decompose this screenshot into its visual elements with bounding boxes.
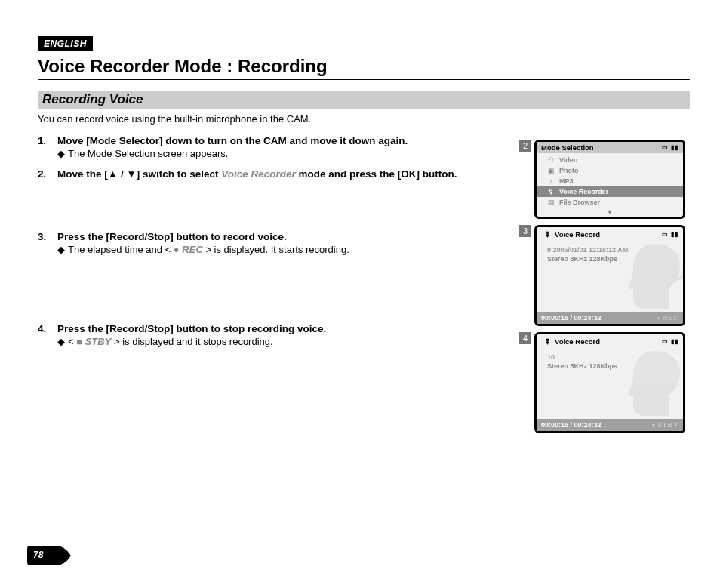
stop-square-icon: ■: [76, 336, 82, 347]
step-main-text: Move [Mode Selector] down to turn on the…: [57, 135, 512, 146]
step-sub-fragment: > is displayed. It starts recording.: [203, 244, 349, 255]
rec-label: REC: [182, 244, 202, 255]
step-1: 1. Move [Mode Selector] down to turn on …: [38, 135, 512, 159]
mode-selection-screen: Mode Selection ▭ ▮▮ ⚇Video ▣Photo ♪MP3 🎙…: [534, 140, 685, 219]
record-dot-icon: ●: [174, 244, 180, 255]
screenshot-tag: 4: [519, 332, 531, 344]
step-text-fragment: mode and press the [OK] button.: [296, 168, 457, 180]
step-2: 2. Move the [▲ / ▼] switch to select Voi…: [38, 168, 512, 180]
mode-name: Voice Recorder: [221, 168, 296, 180]
step-text-fragment: ] switch to select: [137, 168, 222, 180]
screen-title: Voice Record: [555, 230, 600, 239]
stby-label: STBY: [85, 336, 112, 347]
elapsed-time: 00:00:16 / 00:24:32: [541, 421, 602, 429]
status-icons: ▭ ▮▮: [662, 231, 678, 238]
screenshot-2: 2 Mode Selection ▭ ▮▮ ⚇Video ▣Photo ♪MP3…: [519, 140, 690, 219]
mic-icon: 🎙: [544, 337, 552, 346]
menu-item-mp3: ♪MP3: [537, 176, 683, 186]
step-sub-text: ◆The elapsed time and < ● REC > is displ…: [57, 244, 512, 255]
step-number: 3.: [38, 231, 57, 255]
status-icons: ▭ ▮▮: [662, 338, 678, 345]
rec-state: REC: [663, 314, 678, 322]
step-main-text: Press the [Record/Stop] button to stop r…: [57, 323, 512, 334]
page-title: Voice Recorder Mode : Recording: [38, 56, 690, 80]
bullet-diamond-icon: ◆: [57, 244, 65, 255]
menu-item-photo: ▣Photo: [537, 165, 683, 176]
step-4: 4. Press the [Record/Stop] button to sto…: [38, 323, 512, 347]
stop-square-icon: ■: [652, 423, 656, 428]
menu-label: Voice Recorder: [559, 188, 608, 195]
voice-record-rec-screen: 🎙Voice Record ▭ ▮▮ 9 2005/01/01 12:18:12…: [534, 225, 685, 326]
menu-item-voice-recorder: 🎙Voice Recorder: [537, 186, 683, 197]
bullet-diamond-icon: ◆: [57, 336, 65, 347]
more-down-icon: ▼: [537, 209, 683, 217]
head-silhouette-icon: [624, 349, 685, 417]
step-sub-line: The Mode Selection screen appears.: [68, 148, 228, 159]
page-number: 78: [33, 550, 43, 560]
screenshot-tag: 3: [519, 225, 531, 237]
screen-title: Mode Selection: [541, 143, 594, 152]
step-sub-fragment: <: [68, 336, 76, 347]
step-sub-fragment: > is displayed and it stops recording.: [111, 336, 272, 347]
mic-icon: 🎙: [544, 230, 552, 239]
record-dot-icon: ●: [657, 315, 660, 322]
step-text-fragment: Move the [: [57, 168, 108, 180]
step-main-text: Press the [Record/Stop] button to record…: [57, 231, 512, 242]
menu-label: Photo: [559, 167, 579, 174]
step-number: 4.: [38, 323, 57, 347]
screen-title: Voice Record: [555, 337, 600, 346]
section-subheading: Recording Voice: [38, 91, 690, 109]
menu-label: Video: [559, 156, 577, 164]
screenshot-4: 4 🎙Voice Record ▭ ▮▮ 10 Stereo 8KHz 128K…: [519, 332, 690, 433]
intro-text: You can record voice using the built-in …: [38, 113, 690, 125]
menu-item-file-browser: ▤File Browser: [537, 197, 683, 208]
step-sub-text: ◆The Mode Selection screen appears.: [57, 148, 512, 159]
step-sub-text: ◆< ■ STBY > is displayed and it stops re…: [57, 336, 512, 347]
stby-state: STBY: [657, 421, 678, 429]
instruction-list: 1. Move [Mode Selector] down to turn on …: [38, 135, 519, 356]
language-tag: ENGLISH: [38, 36, 93, 51]
menu-label: MP3: [559, 177, 574, 185]
video-icon: ⚇: [547, 156, 555, 164]
step-number: 2.: [38, 168, 57, 180]
manual-page: ENGLISH Voice Recorder Mode : Recording …: [0, 0, 720, 439]
menu-item-video: ⚇Video: [537, 155, 683, 165]
screenshot-3: 3 🎙Voice Record ▭ ▮▮ 9 2005/01/01 12:18:…: [519, 225, 690, 326]
updown-arrows-icon: ▲ / ▼: [108, 168, 137, 180]
head-silhouette-icon: [624, 242, 685, 310]
screenshot-tag: 2: [519, 140, 531, 152]
music-icon: ♪: [547, 177, 555, 185]
mic-icon: 🎙: [547, 188, 555, 195]
step-number: 1.: [38, 135, 57, 159]
folder-icon: ▤: [547, 199, 555, 206]
elapsed-time: 00:00:16 / 00:24:32: [541, 314, 602, 322]
camera-icon: ▣: [547, 167, 555, 174]
voice-record-stby-screen: 🎙Voice Record ▭ ▮▮ 10 Stereo 8KHz 128Kbp…: [534, 332, 685, 433]
step-3: 3. Press the [Record/Stop] button to rec…: [38, 231, 512, 255]
step-sub-fragment: The elapsed time and <: [68, 244, 174, 255]
step-main-text: Move the [▲ / ▼] switch to select Voice …: [57, 168, 512, 180]
screenshot-column: 2 Mode Selection ▭ ▮▮ ⚇Video ▣Photo ♪MP3…: [519, 135, 690, 439]
page-number-badge: 78: [27, 546, 71, 565]
status-icons: ▭ ▮▮: [662, 144, 678, 151]
bullet-diamond-icon: ◆: [57, 148, 65, 159]
menu-label: File Browser: [559, 199, 600, 206]
